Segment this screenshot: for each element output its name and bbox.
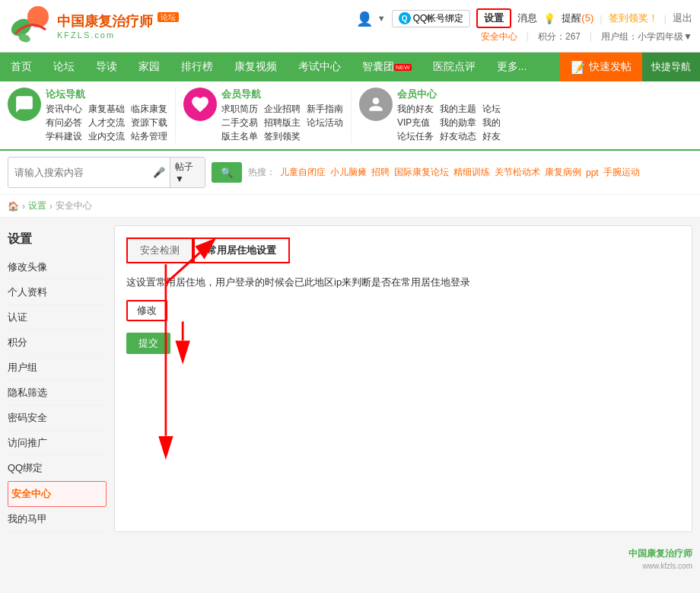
hot-link-3[interactable]: 招聘: [371, 166, 390, 179]
qq-bind-button[interactable]: Q QQ帐号绑定: [392, 10, 471, 27]
ccnav-link-7[interactable]: 论坛任务: [397, 130, 434, 143]
annotation-arrows: [115, 226, 692, 531]
quick-guide-button[interactable]: 快捷导航: [642, 53, 700, 81]
nav-item-hospital[interactable]: 医院点评: [422, 53, 486, 81]
security-center-link[interactable]: 安全中心: [481, 30, 517, 43]
submit-button[interactable]: 提交: [126, 333, 170, 354]
breadcrumb-settings[interactable]: 设置: [28, 199, 46, 212]
subnav-link-3[interactable]: 临床康复: [131, 103, 167, 116]
sidebar-item-qq[interactable]: QQ绑定: [8, 456, 107, 481]
hot-link-4[interactable]: 国际康复论坛: [394, 166, 449, 179]
sidebar-item-password[interactable]: 密码安全: [8, 406, 107, 431]
mnav-link-4[interactable]: 二手交易: [221, 116, 258, 129]
member-center-icon: [359, 88, 393, 121]
ccnav-link-4[interactable]: VIP充值: [397, 116, 434, 129]
sidebar-item-points[interactable]: 积分: [8, 330, 107, 355]
footer-watermark: 中国康复治疗师 www.kfzls.com: [0, 540, 700, 574]
subnav-link-8[interactable]: 业内交流: [88, 130, 125, 143]
sidebar-item-promote[interactable]: 访问推广: [8, 431, 107, 456]
subnav-link-5[interactable]: 人才交流: [88, 116, 125, 129]
remind-link[interactable]: 提醒(5): [562, 11, 593, 25]
user-dropdown-arrow[interactable]: ▼: [377, 14, 386, 23]
mnav-link-3[interactable]: 新手指南: [307, 103, 343, 116]
qq-bind-label: QQ帐号绑定: [413, 12, 464, 25]
subnav-link-1[interactable]: 资讯中心: [46, 103, 82, 116]
sidebar-item-avatar[interactable]: 修改头像: [8, 255, 107, 280]
logo-chinese: 中国康复治疗师 论坛: [57, 12, 179, 30]
sidebar-item-verify[interactable]: 认证: [8, 305, 107, 330]
logout-link[interactable]: 退出: [673, 11, 692, 25]
sidebar-item-alias[interactable]: 我的马甲: [8, 507, 107, 532]
mnav-link-7[interactable]: 版主名单: [221, 130, 258, 143]
nav-item-more[interactable]: 更多...: [486, 53, 538, 81]
new-badge: NEW: [394, 64, 412, 71]
footer-site-name: 中国康复治疗师: [8, 547, 692, 560]
content-description: 这设置常用居住地，用户登录的时候会已此地区ip来判断是否在常用居住地登录: [126, 275, 680, 291]
tab-residence[interactable]: 常用居住地设置: [193, 238, 290, 263]
mnav-link-8[interactable]: 签到领奖: [264, 130, 301, 143]
hot-link-5[interactable]: 精细训练: [453, 166, 490, 179]
separator2: |: [664, 13, 667, 24]
hot-link-6[interactable]: 关节松动术: [495, 166, 540, 179]
search-input-wrap: 🎤 帖子 ▼: [8, 157, 205, 188]
ccnav-link-3[interactable]: 论坛: [482, 103, 501, 116]
member-nav-label: 会员导航: [221, 88, 343, 101]
member-nav-icon: [183, 88, 217, 121]
mnav-link-2[interactable]: 企业招聘: [264, 103, 301, 116]
ccnav-link-6[interactable]: 我的: [482, 116, 501, 129]
nav-item-home2[interactable]: 家园: [128, 53, 170, 81]
hot-search: 热搜： 儿童自闭症 小儿脑瘫 招聘 国际康复论坛 精细训练 关节松动术 康复病例…: [248, 166, 640, 179]
subnav-center: 会员中心 我的好友 我的主题 论坛 VIP充值 我的勋章 我的 论坛任务 好友动…: [359, 88, 508, 143]
nav-item-home[interactable]: 首页: [0, 53, 43, 81]
hot-link-7[interactable]: 康复病例: [545, 166, 581, 179]
nav-item-exam[interactable]: 考试中心: [288, 53, 352, 81]
nav-item-video[interactable]: 康复视频: [224, 53, 288, 81]
subnav-member: 会员导航 求职简历 企业招聘 新手指南 二手交易 招聘版主 论坛活动 版主名单 …: [183, 88, 352, 143]
tab-security-check[interactable]: 安全检测: [126, 238, 193, 263]
subnav-link-4[interactable]: 有问必答: [46, 116, 82, 129]
nav-item-forum[interactable]: 论坛: [43, 53, 85, 81]
breadcrumb-arrow-1: ›: [22, 201, 25, 212]
subnav-link-9[interactable]: 站务管理: [131, 130, 167, 143]
hot-link-8[interactable]: ppt: [586, 167, 599, 178]
content-area: 设置 修改头像 个人资料 认证 积分 用户组 隐私筛选 密码安全 访问推广 QQ…: [0, 218, 700, 540]
mic-icon[interactable]: 🎤: [148, 167, 170, 178]
logo-area[interactable]: 中国康复治疗师 论坛 KFZLS.com: [8, 3, 179, 49]
ccnav-link-8[interactable]: 好友动态: [440, 130, 476, 143]
ccnav-link-2[interactable]: 我的主题: [440, 103, 476, 116]
lamp-icon: 💡: [543, 13, 555, 24]
nav-item-wisdom[interactable]: 智囊团 NEW: [352, 53, 422, 81]
sidebar-item-profile[interactable]: 个人资料: [8, 280, 107, 305]
sidebar-item-usergroup[interactable]: 用户组: [8, 355, 107, 381]
ccnav-link-1[interactable]: 我的好友: [397, 103, 434, 116]
nav-item-guide[interactable]: 导读: [85, 53, 128, 81]
search-button[interactable]: 🔍: [212, 162, 242, 183]
ccnav-link-9[interactable]: 好友: [482, 130, 501, 143]
forum-badge-label: 论坛: [158, 12, 179, 22]
message-link[interactable]: 消息: [517, 11, 537, 25]
settings-button[interactable]: 设置: [476, 8, 511, 28]
search-type-select[interactable]: 帖子 ▼: [170, 158, 205, 187]
separator4: |: [590, 30, 592, 43]
nav-item-ranking[interactable]: 排行榜: [170, 53, 224, 81]
home-icon[interactable]: 🏠: [8, 201, 19, 212]
mnav-link-5[interactable]: 招聘版主: [264, 116, 301, 129]
mnav-link-1[interactable]: 求职简历: [221, 103, 258, 116]
subnav-link-7[interactable]: 学科建设: [46, 130, 82, 143]
signin-link[interactable]: 签到领奖！: [609, 11, 658, 25]
sidebar-item-privacy[interactable]: 隐私筛选: [8, 381, 107, 406]
hot-link-9[interactable]: 手腕运动: [603, 166, 640, 179]
search-input[interactable]: [8, 163, 148, 182]
mnav-link-6[interactable]: 论坛活动: [307, 116, 343, 129]
remind-count: (5): [581, 12, 593, 24]
sidebar-title: 设置: [8, 225, 107, 255]
hot-link-2[interactable]: 小儿脑瘫: [330, 166, 367, 179]
subnav-link-6[interactable]: 资源下载: [131, 116, 167, 129]
quick-post-button[interactable]: 📝 快速发帖: [560, 53, 642, 81]
subnav-link-2[interactable]: 康复基础: [88, 103, 125, 116]
ccnav-link-5[interactable]: 我的勋章: [440, 116, 476, 129]
hot-link-1[interactable]: 儿童自闭症: [280, 166, 326, 179]
sidebar-item-security[interactable]: 安全中心: [8, 481, 107, 507]
user-group-label[interactable]: 用户组：小学四年级▼: [601, 30, 692, 43]
modify-button[interactable]: 修改: [126, 300, 167, 321]
